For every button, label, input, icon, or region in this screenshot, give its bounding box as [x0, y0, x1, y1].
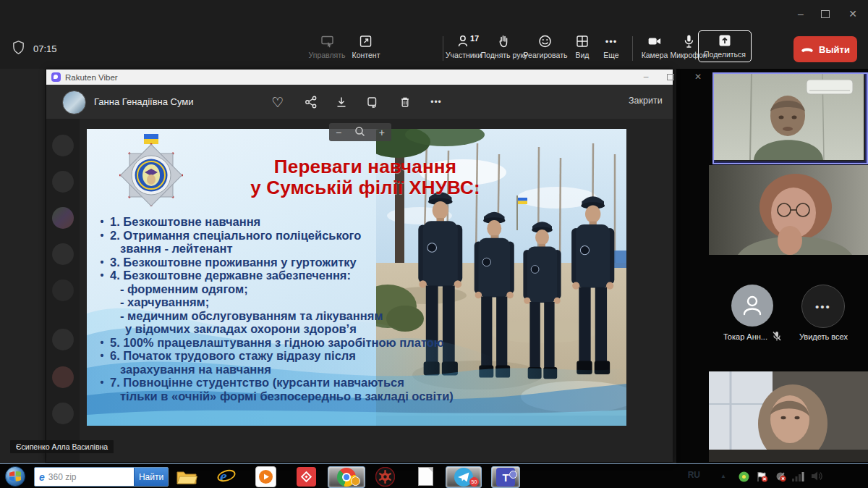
viber-window-title: Rakuten Viber — [65, 73, 118, 82]
zoom-out-button[interactable]: − — [336, 127, 341, 138]
taskbar-internet-explorer[interactable]: e — [215, 466, 238, 487]
window-minimize-button[interactable]: – — [791, 7, 810, 20]
viber-minimize-button[interactable]: – — [638, 71, 654, 83]
toolbar-share[interactable]: Поделиться — [698, 30, 752, 62]
red-diamond-icon — [297, 467, 316, 487]
taskbar-explorer-folder[interactable] — [175, 466, 198, 487]
network-signal-icon[interactable] — [792, 472, 804, 484]
window-close-button[interactable]: ✕ — [843, 7, 862, 20]
viber-window: Rakuten Viber – ✕ Ганна Генадіївна Суми … — [46, 70, 673, 462]
toolbar-raise-hand[interactable]: Поднять руку — [481, 34, 528, 59]
share-screen-icon — [718, 33, 732, 48]
zoom-in-button[interactable]: + — [379, 127, 385, 138]
participants-icon: 17 — [458, 34, 469, 49]
meeting-timer: 07:15 — [33, 43, 57, 54]
taskbar-utility-app[interactable] — [373, 466, 396, 487]
teams-icon: T — [496, 468, 515, 487]
ie-icon: e — [216, 466, 237, 487]
participant-avatar-name: Токар Анн... — [723, 332, 767, 341]
encryption-shield-icon — [12, 40, 25, 58]
leave-label: Выйти — [819, 44, 850, 55]
bullet-item: •1. Безкоштовне навчання — [94, 215, 593, 229]
chat-avatar[interactable] — [52, 135, 74, 156]
gear-icon — [375, 467, 395, 487]
taskbar-search-input[interactable]: e 360 zip Найти — [34, 467, 169, 487]
ie-small-icon: e — [39, 471, 45, 483]
participant-video-active-speaker[interactable] — [712, 72, 868, 164]
shared-screen-area: Rakuten Viber – ✕ Ганна Генадіївна Суми … — [0, 69, 676, 463]
participant-video[interactable] — [709, 165, 868, 255]
react-smiley-icon — [538, 34, 553, 49]
windows-taskbar: e 360 zip Найти e — [0, 463, 868, 488]
rotate-crop-icon[interactable] — [365, 94, 380, 110]
see-all-participants-button[interactable]: ••• — [801, 285, 845, 328]
bullet-item: •4. Безкоштовне державне забезпечення: — [94, 269, 593, 282]
chat-avatar[interactable] — [52, 171, 74, 193]
viber-media-viewer: Переваги навчання у Сумській філії ХНУВС… — [46, 119, 673, 462]
toolbar-divider — [443, 36, 443, 61]
viber-close-media-button[interactable]: Закрити — [629, 96, 663, 106]
chat-avatar[interactable] — [52, 403, 74, 424]
chat-avatar[interactable] — [52, 366, 74, 388]
more-dots-icon: ••• — [605, 34, 618, 49]
tray-expand-icon[interactable]: ▲ — [720, 473, 726, 479]
camera-icon — [647, 34, 662, 49]
taskbar-notepad-document[interactable] — [414, 466, 437, 487]
chat-avatar[interactable] — [52, 243, 74, 265]
like-heart-icon[interactable]: ♡ — [270, 94, 286, 110]
toolbar-view[interactable]: Вид — [575, 34, 590, 59]
viber-close-button[interactable]: ✕ — [690, 71, 706, 83]
slide-title: Переваги навчання у Сумській філії ХНУВС… — [195, 156, 535, 198]
forward-share-icon[interactable] — [303, 94, 319, 110]
window-restore-button[interactable] — [821, 10, 830, 18]
participant-video[interactable] — [709, 371, 868, 462]
magnifier-icon — [354, 126, 365, 139]
chat-avatar[interactable] — [52, 329, 74, 350]
taskbar-remote-desktop-app[interactable] — [294, 466, 318, 487]
folder-icon — [176, 467, 197, 486]
toolbar-participants[interactable]: 17 Участники — [446, 34, 482, 59]
taskbar-chrome[interactable] — [328, 466, 365, 488]
manage-screen-icon — [320, 34, 334, 49]
chat-avatar[interactable] — [52, 279, 74, 301]
search-submit-button[interactable]: Найти — [134, 468, 168, 486]
chat-avatar[interactable] — [52, 207, 74, 229]
microphone-icon — [683, 34, 694, 49]
media-more-icon[interactable]: ••• — [428, 94, 444, 110]
tray-error-icon[interactable] — [775, 471, 787, 484]
windows-orb-icon — [4, 466, 26, 487]
bullet-item: •2. Отримання спеціального поліцейського — [94, 229, 593, 243]
hang-up-phone-icon — [801, 44, 814, 55]
toolbar-camera[interactable]: Камера — [642, 34, 668, 59]
toolbar-react[interactable]: Реагировать — [524, 34, 568, 59]
download-icon[interactable] — [333, 94, 349, 110]
chat-list-strip — [46, 119, 80, 462]
viber-maximize-button[interactable] — [667, 74, 674, 80]
action-center-flag-icon[interactable] — [757, 471, 768, 484]
bullet-item: •7. Повноцінне студентство (курсанти нав… — [94, 376, 593, 390]
leave-meeting-button[interactable]: Выйти — [793, 36, 857, 62]
taskbar-media-player[interactable] — [254, 466, 277, 487]
taskbar-teams[interactable]: T — [491, 466, 520, 488]
search-query-text: 360 zip — [48, 472, 134, 482]
language-indicator[interactable]: RU — [688, 470, 700, 480]
presentation-slide: Переваги навчання у Сумській філії ХНУВС… — [87, 129, 626, 426]
volume-icon[interactable] — [811, 471, 823, 484]
sender-name: Ганна Генадіївна Суми — [94, 96, 194, 107]
toolbar-more[interactable]: ••• Еще — [603, 34, 618, 59]
start-button[interactable] — [4, 466, 27, 487]
shared-screen-left-edge — [0, 69, 45, 463]
viber-media-header: Ганна Генадіївна Суми ♡ ••• Закрити — [46, 85, 673, 119]
delete-trash-icon[interactable] — [397, 94, 413, 110]
toolbar-manage[interactable]: Управлять — [309, 34, 346, 59]
telegram-badge: 50 — [469, 477, 479, 487]
participant-avatar[interactable] — [731, 285, 773, 327]
content-share-icon — [359, 34, 373, 49]
taskbar-telegram[interactable]: 50 — [446, 466, 482, 488]
toolbar-content[interactable]: Контент — [352, 34, 380, 59]
sender-avatar[interactable] — [62, 91, 86, 114]
bullet-item: •5. 100% працевлаштування з гідною зароб… — [94, 336, 593, 350]
document-icon — [418, 467, 433, 486]
tray-green-app-icon[interactable] — [739, 471, 749, 484]
raise-hand-icon — [498, 34, 511, 49]
